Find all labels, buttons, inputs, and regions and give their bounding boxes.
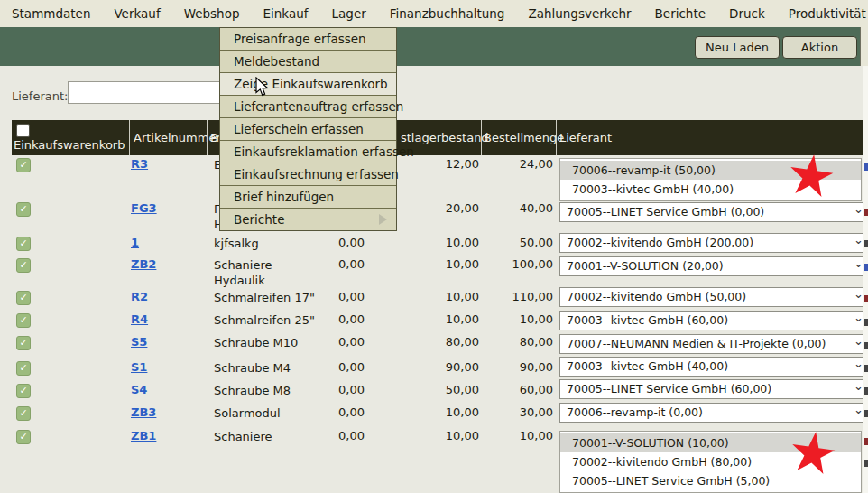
table-body: ✓R3E12,0024,0070006--revamp-it (50,00)70… (0, 0, 868, 493)
order-qty-value: 50,00 (460, 236, 553, 249)
reload-button[interactable]: Neu Laden (695, 36, 780, 59)
row-checkbox[interactable]: ✓ (16, 313, 31, 328)
menu-item-lieferantenauftrag-erfassen[interactable]: Lieferantenauftrag erfassen (220, 96, 396, 118)
menubar-item-produktivitt[interactable]: Produktivität (777, 0, 868, 27)
menu-item-brief-hinzuf-gen[interactable]: Brief hinzufügen (220, 186, 396, 209)
menubar-item-einkauf[interactable]: Einkauf (252, 0, 320, 27)
article-link[interactable]: ZB3 (131, 405, 156, 419)
article-link[interactable]: S5 (131, 335, 147, 349)
supplier-select[interactable]: 70003--kivtec GmbH (40,00)⌄ (559, 357, 868, 377)
row-checkbox[interactable]: ✓ (16, 384, 31, 398)
row-checkbox[interactable]: ✓ (16, 430, 31, 444)
table-header: Einkaufswarenkorb Artikelnummer B stlage… (12, 120, 863, 155)
toolbar: Neu Laden Aktion (0, 27, 868, 66)
order-qty-value: 24,00 (460, 157, 553, 171)
menubar-item-verkauf[interactable]: Verkauf (102, 0, 171, 27)
stock-value: 0,00 (271, 290, 365, 303)
stock-value: 0,00 (271, 383, 365, 396)
mouse-cursor-icon (255, 77, 270, 97)
stock-value: 0,00 (271, 257, 365, 271)
row-checkbox[interactable]: ✓ (16, 237, 31, 251)
header-separator (129, 120, 130, 155)
menu-item-label: Berichte (234, 212, 284, 227)
order-qty-value: 30,00 (460, 405, 553, 419)
article-description: Schaniere (214, 429, 272, 444)
menu-item-einkaufsreklamation-erfassen[interactable]: Einkaufsreklamation erfassen (220, 141, 396, 163)
supplier-select[interactable]: 70007--NEUMANN Medien & IT-Projekte (0,0… (559, 334, 868, 354)
article-link[interactable]: FG3 (131, 201, 157, 215)
toolbar-right-notch (860, 27, 868, 66)
article-link[interactable]: ZB1 (131, 429, 156, 442)
article-link[interactable]: 1 (131, 236, 139, 249)
row-checkbox[interactable]: ✓ (16, 336, 31, 350)
supplier-select[interactable]: 70005--LINET Service GmbH (60,00)⌄ (559, 379, 868, 399)
annotation-star-icon (786, 151, 836, 200)
supplier-select[interactable]: 70005--LINET Service GmbH (0,00)⌄ (559, 202, 868, 222)
action-button[interactable]: Aktion (782, 36, 857, 59)
menu-item-lieferschein-erfassen[interactable]: Lieferschein erfassen (220, 118, 396, 141)
stock-value: 0,00 (271, 335, 365, 349)
header-separator (556, 120, 557, 155)
order-qty-value: 40,00 (460, 201, 553, 215)
row-checkbox[interactable]: ✓ (16, 406, 31, 421)
select-all-checkbox[interactable] (16, 124, 30, 137)
article-link[interactable]: S4 (131, 383, 147, 396)
row-checkbox[interactable]: ✓ (16, 291, 31, 305)
viewport-clipped-column (863, 66, 868, 493)
menubar-item-druck[interactable]: Druck (717, 0, 777, 27)
menubar-item-berichte[interactable]: Berichte (643, 0, 717, 27)
header-min-stock-clipped: stlagerbestand (401, 131, 489, 144)
article-link[interactable]: R4 (131, 312, 148, 326)
menu-item-einkaufsrechnung-erfassen[interactable]: Einkaufsrechnung erfassen (220, 163, 396, 186)
row-checkbox[interactable]: ✓ (16, 202, 31, 217)
header-separator (481, 120, 482, 155)
order-qty-value: 100,00 (460, 257, 553, 271)
menu-item-label: Einkaufsreklamation erfassen (234, 144, 414, 159)
submenu-arrow-icon (379, 214, 387, 225)
supplier-select[interactable]: 70002--kivitendo GmbH (200,00)⌄ (559, 233, 868, 253)
menubar-item-finanzbuchhaltung[interactable]: Finanzbuchhaltung (378, 0, 517, 27)
article-link[interactable]: ZB2 (131, 257, 156, 271)
menu-item-meldebestand[interactable]: Meldebestand (220, 51, 396, 73)
stock-value: 0,00 (271, 405, 365, 419)
stock-value: 0,00 (271, 236, 365, 249)
order-qty-value: 80,00 (460, 335, 553, 349)
menubar: StammdatenVerkaufWebshopEinkaufLagerFina… (0, 0, 868, 27)
supplier-select[interactable]: 70001--V-SOLUTION (20,00)⌄ (559, 256, 868, 276)
supplier-select[interactable]: 70006--revamp-it (0,00)⌄ (559, 403, 868, 423)
menu-item-berichte[interactable]: Berichte (220, 209, 396, 230)
article-link[interactable]: S1 (131, 360, 147, 374)
header-cart: Einkaufswarenkorb (14, 138, 125, 152)
order-qty-value: 10,00 (460, 429, 553, 442)
menubar-item-webshop[interactable]: Webshop (172, 0, 252, 27)
stock-value: 0,00 (271, 429, 365, 442)
header-separator (207, 120, 208, 155)
menubar-item-zahlungsverkehr[interactable]: Zahlungsverkehr (516, 0, 642, 27)
row-checkbox[interactable]: ✓ (16, 361, 31, 376)
article-link[interactable]: R2 (131, 290, 148, 303)
supplier-select[interactable]: 70002--kivitendo GmbH (50,00)⌄ (559, 287, 868, 307)
order-qty-value: 60,00 (460, 383, 553, 396)
menubar-item-lager[interactable]: Lager (320, 0, 378, 27)
annotation-star-icon (788, 428, 838, 477)
header-description-clipped: B (210, 131, 218, 144)
menu-item-label: Meldebestand (234, 54, 319, 69)
article-description: kjfsalkg (214, 236, 259, 251)
supplier-select-value: 70003--kivtec GmbH (60,00) (567, 313, 728, 327)
article-link[interactable]: R3 (131, 157, 148, 171)
order-qty-value: 110,00 (460, 290, 553, 303)
row-checkbox[interactable]: ✓ (16, 258, 31, 273)
row-checkbox[interactable]: ✓ (16, 158, 31, 172)
supplier-select-value: 70003--kivtec GmbH (40,00) (567, 359, 728, 373)
menubar-item-stammdaten[interactable]: Stammdaten (0, 0, 102, 27)
supplier-select-value: 70005--LINET Service GmbH (0,00) (567, 205, 764, 219)
description-line: kjfsalkg (214, 236, 259, 251)
menu-item-label: Lieferschein erfassen (234, 122, 364, 136)
order-qty-value: 10,00 (460, 312, 553, 326)
app-window: StammdatenVerkaufWebshopEinkaufLagerFina… (0, 0, 868, 493)
menu-item-preisanfrage-erfassen[interactable]: Preisanfrage erfassen (220, 28, 396, 51)
menu-item-zeige-einkaufswarenkorb[interactable]: Zeige Einkaufswarenkorb (220, 73, 396, 96)
supplier-select[interactable]: 70003--kivtec GmbH (60,00)⌄ (559, 311, 868, 330)
description-line: Schaniere (214, 429, 272, 444)
menu-item-label: Brief hinzufügen (234, 190, 334, 204)
